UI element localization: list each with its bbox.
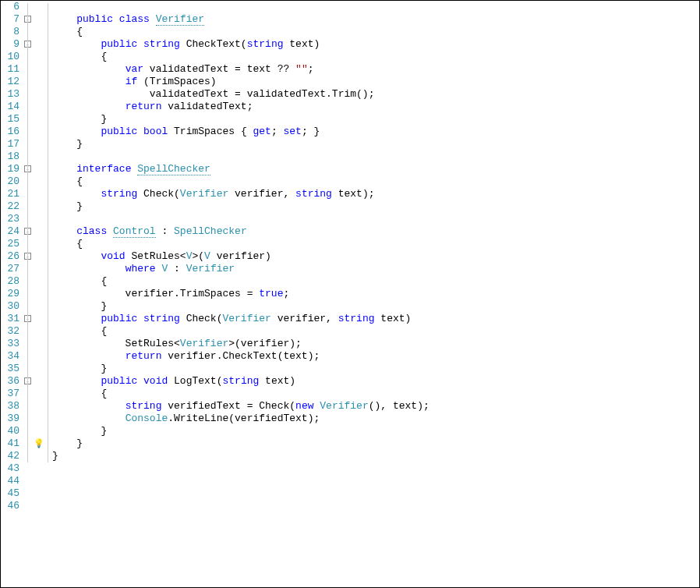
- code-line[interactable]: var validatedText = text ?? "";: [52, 63, 699, 76]
- line-number: 21: [1, 188, 19, 200]
- line-number: 25: [1, 238, 19, 250]
- code-line[interactable]: {: [52, 275, 699, 288]
- line-number: 36: [1, 375, 19, 388]
- code-line[interactable]: return verifier.CheckText(text);: [52, 350, 699, 363]
- line-number: 27: [1, 263, 19, 275]
- code-line[interactable]: public string Check(Verifier verifier, s…: [52, 313, 699, 325]
- line-number: 24: [1, 225, 19, 238]
- code-line[interactable]: SetRules<Verifier>(verifier);: [52, 338, 699, 350]
- line-number: 34: [1, 350, 19, 363]
- code-line[interactable]: [52, 500, 699, 512]
- line-number: 37: [1, 388, 19, 400]
- line-number-gutter: 6789101112131415161718192021222324252627…: [1, 1, 23, 587]
- code-line[interactable]: [52, 1, 699, 13]
- line-number: 7: [1, 13, 19, 26]
- code-line[interactable]: {: [52, 325, 699, 338]
- code-line[interactable]: [52, 462, 699, 475]
- code-line[interactable]: {: [52, 238, 699, 250]
- code-area[interactable]: public class Verifier { public string Ch…: [52, 1, 699, 587]
- line-number: 29: [1, 288, 19, 300]
- code-line[interactable]: [52, 151, 699, 163]
- line-number: 11: [1, 63, 19, 76]
- fold-guide: [27, 3, 28, 462]
- code-line[interactable]: }: [52, 138, 699, 151]
- line-number: 41: [1, 437, 19, 450]
- line-number: 28: [1, 275, 19, 288]
- code-editor[interactable]: 6789101112131415161718192021222324252627…: [1, 1, 699, 587]
- code-line[interactable]: Console.WriteLine(verifiedText);: [52, 413, 699, 425]
- line-number: 8: [1, 26, 19, 38]
- line-number: 23: [1, 213, 19, 225]
- code-line[interactable]: validatedText = validatedText.Trim();: [52, 88, 699, 101]
- code-line[interactable]: {: [52, 51, 699, 63]
- line-number: 14: [1, 101, 19, 113]
- line-number: 38: [1, 400, 19, 413]
- code-line[interactable]: if (TrimSpaces): [52, 76, 699, 88]
- line-number: 12: [1, 76, 19, 88]
- lightbulb-column: 💡: [34, 1, 44, 587]
- line-number: 20: [1, 175, 19, 188]
- code-line[interactable]: [52, 475, 699, 487]
- line-number: 33: [1, 338, 19, 350]
- code-line[interactable]: [52, 213, 699, 225]
- outline-column: [44, 1, 52, 587]
- code-line[interactable]: interface SpellChecker: [52, 163, 699, 175]
- code-line[interactable]: }: [52, 437, 699, 450]
- code-line[interactable]: }: [52, 363, 699, 375]
- line-number: 9: [1, 38, 19, 51]
- code-line[interactable]: verifier.TrimSpaces = true;: [52, 288, 699, 300]
- code-line[interactable]: public class Verifier: [52, 13, 699, 26]
- line-number: 35: [1, 363, 19, 375]
- code-line[interactable]: {: [52, 26, 699, 38]
- line-number: 39: [1, 413, 19, 425]
- line-number: 19: [1, 163, 19, 175]
- line-number: 18: [1, 151, 19, 163]
- line-number: 13: [1, 88, 19, 101]
- line-number: 42: [1, 450, 19, 462]
- line-number: 10: [1, 51, 19, 63]
- code-line[interactable]: {: [52, 175, 699, 188]
- line-number: 44: [1, 475, 19, 487]
- code-line[interactable]: }: [52, 113, 699, 126]
- line-number: 26: [1, 250, 19, 263]
- line-number: 16: [1, 126, 19, 138]
- code-line[interactable]: void SetRules<V>(V verifier): [52, 250, 699, 263]
- code-line[interactable]: public bool TrimSpaces { get; set; }: [52, 126, 699, 138]
- code-line[interactable]: string verifiedText = Check(new Verifier…: [52, 400, 699, 413]
- line-number: 32: [1, 325, 19, 338]
- code-line[interactable]: }: [52, 450, 699, 462]
- code-line[interactable]: }: [52, 200, 699, 213]
- code-line[interactable]: class Control : SpellChecker: [52, 225, 699, 238]
- line-number: 40: [1, 425, 19, 437]
- code-line[interactable]: public void LogText(string text): [52, 375, 699, 388]
- lightbulb-icon[interactable]: 💡: [34, 438, 44, 448]
- line-number: 31: [1, 313, 19, 325]
- code-line[interactable]: string Check(Verifier verifier, string t…: [52, 188, 699, 200]
- code-line[interactable]: }: [52, 300, 699, 313]
- line-number: 6: [1, 1, 19, 13]
- code-line[interactable]: {: [52, 388, 699, 400]
- code-line[interactable]: [52, 487, 699, 500]
- code-line[interactable]: public string CheckText(string text): [52, 38, 699, 51]
- outline-guide: [48, 3, 48, 462]
- line-number: 15: [1, 113, 19, 126]
- line-number: 22: [1, 200, 19, 213]
- code-line[interactable]: return validatedText;: [52, 101, 699, 113]
- code-line[interactable]: }: [52, 425, 699, 437]
- code-line[interactable]: where V : Verifier: [52, 263, 699, 275]
- fold-column: -------: [23, 1, 34, 587]
- line-number: 43: [1, 462, 19, 475]
- line-number: 46: [1, 500, 19, 512]
- line-number: 30: [1, 300, 19, 313]
- line-number: 45: [1, 487, 19, 500]
- line-number: 17: [1, 138, 19, 151]
